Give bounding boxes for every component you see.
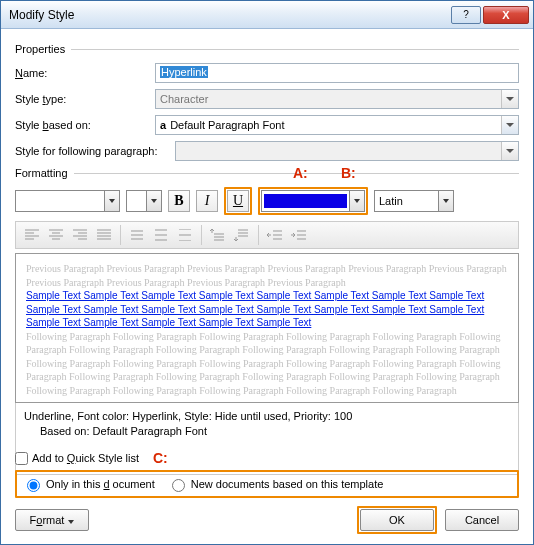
add-quick-style-checkbox[interactable] — [15, 452, 28, 465]
desc-line1: Underline, Font color: Hyperlink, Style:… — [24, 409, 510, 424]
underline-button[interactable]: U — [227, 190, 249, 212]
space-before-inc-button — [206, 224, 230, 246]
align-right-button — [68, 224, 92, 246]
font-toolbar: B I U Latin — [15, 187, 519, 215]
font-color-combo[interactable] — [261, 190, 365, 212]
linespacing-2-button — [173, 224, 197, 246]
close-button[interactable]: X — [483, 6, 529, 24]
align-left-button — [20, 224, 44, 246]
name-label: Name: — [15, 67, 155, 79]
annotation-b: B: — [341, 165, 356, 181]
following-combo — [175, 141, 519, 161]
help-button[interactable]: ? — [451, 6, 481, 24]
following-label: Style for following paragraph: — [15, 145, 175, 157]
only-this-doc-radio[interactable]: Only in this document — [22, 476, 155, 492]
preview-pane: Previous Paragraph Previous Paragraph Pr… — [15, 253, 519, 403]
ok-button[interactable]: OK — [360, 509, 434, 531]
linespacing-1-button — [125, 224, 149, 246]
window-title: Modify Style — [9, 8, 449, 22]
preview-sample: Sample Text Sample Text Sample Text Samp… — [26, 289, 508, 330]
annotation-a-box: U — [224, 187, 252, 215]
add-quick-style-label: Add to Quick Style list — [32, 452, 139, 464]
annotation-c: C: — [153, 450, 168, 466]
preview-next: Following Paragraph Following Paragraph … — [26, 330, 508, 398]
basedon-label: Style based on: — [15, 119, 155, 131]
font-family-combo[interactable] — [15, 190, 120, 212]
name-input[interactable]: Hyperlink — [155, 63, 519, 83]
annotation-a: A: — [293, 165, 308, 181]
properties-label: Properties — [15, 43, 65, 55]
basedon-combo[interactable]: aDefault Paragraph Font — [155, 115, 519, 135]
italic-button[interactable]: I — [196, 190, 218, 212]
script-combo[interactable]: Latin — [374, 190, 454, 212]
linespacing-1-5-button — [149, 224, 173, 246]
space-before-dec-button — [230, 224, 254, 246]
desc-line2: Based on: Default Paragraph Font — [24, 424, 510, 439]
paragraph-toolbar — [15, 221, 519, 249]
indent-inc-button — [287, 224, 311, 246]
styletype-combo: Character — [155, 89, 519, 109]
align-center-button — [44, 224, 68, 246]
styletype-label: Style type: — [15, 93, 155, 105]
preview-prev: Previous Paragraph Previous Paragraph Pr… — [26, 262, 508, 289]
new-docs-radio[interactable]: New documents based on this template — [167, 476, 384, 492]
annotation-b-box — [258, 187, 368, 215]
font-size-combo[interactable] — [126, 190, 162, 212]
annotation-ok-box: OK — [357, 506, 437, 534]
indent-dec-button — [263, 224, 287, 246]
align-justify-button — [92, 224, 116, 246]
color-swatch — [264, 194, 347, 208]
formatting-label: Formatting — [15, 167, 68, 179]
format-button[interactable]: Format — [15, 509, 89, 531]
bold-button[interactable]: B — [168, 190, 190, 212]
annotation-c-box: Only in this document New documents base… — [15, 470, 519, 498]
modify-style-dialog: Modify Style ? X Properties Name: Hyperl… — [0, 0, 534, 545]
cancel-button[interactable]: Cancel — [445, 509, 519, 531]
titlebar: Modify Style ? X — [1, 1, 533, 29]
